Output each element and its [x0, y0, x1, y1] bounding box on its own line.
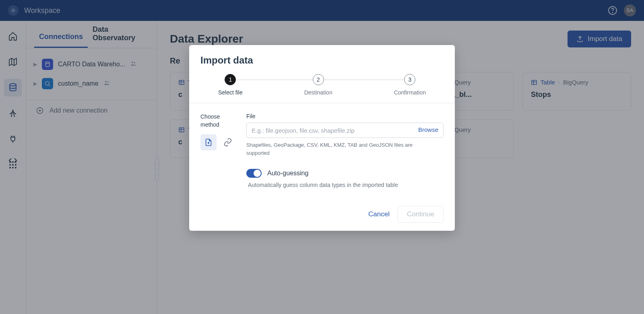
modal-overlay: Import data 1 Select file 2 Destination …: [0, 0, 644, 314]
method-url-button[interactable]: [220, 134, 236, 150]
import-modal: Import data 1 Select file 2 Destination …: [189, 45, 455, 231]
stepper: 1 Select file 2 Destination 3 Confirmati…: [200, 74, 444, 103]
cancel-button[interactable]: Cancel: [368, 210, 390, 218]
file-field-label: File: [246, 113, 444, 119]
step-select-file: 1 Select file: [218, 74, 243, 96]
continue-button[interactable]: Continue: [398, 206, 444, 223]
method-file-button[interactable]: [200, 134, 217, 150]
browse-button[interactable]: Browse: [418, 126, 438, 133]
toggle-hint: Automatically guess column data types in…: [248, 182, 444, 188]
file-input[interactable]: [252, 127, 409, 134]
step-confirmation: 3 Confirmation: [394, 74, 426, 96]
method-label: Choose method: [200, 113, 237, 129]
modal-title: Import data: [200, 55, 444, 66]
toggle-label: Auto-guessing: [267, 170, 308, 177]
file-upload-icon: [204, 138, 213, 147]
file-hint: Shapefiles, GeoPackage, CSV, KML, KMZ, T…: [246, 141, 431, 157]
auto-guessing-toggle[interactable]: [246, 169, 262, 178]
link-icon: [223, 138, 232, 147]
step-destination: 2 Destination: [304, 74, 332, 96]
